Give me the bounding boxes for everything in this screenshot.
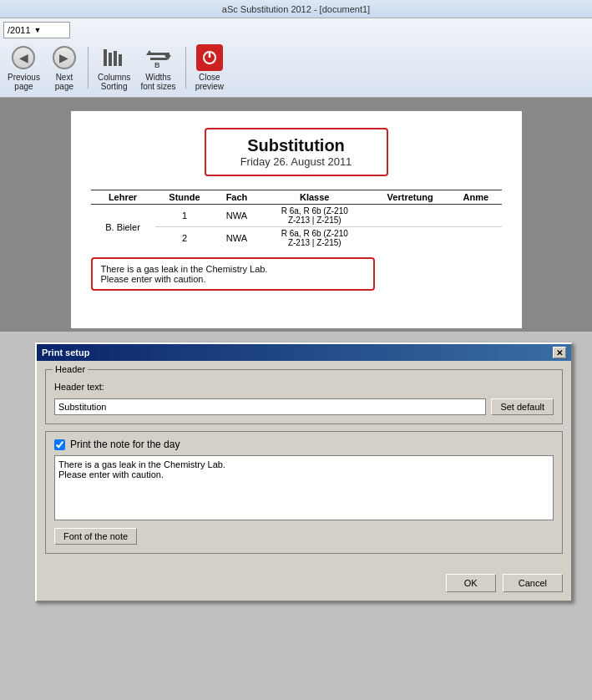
cell-anme-2 bbox=[450, 227, 501, 250]
notice-box: There is a gas leak in the Chemistry Lab… bbox=[91, 257, 375, 291]
dialog-title: Print setup bbox=[42, 347, 89, 358]
header-text-section: Header text: Set default bbox=[54, 382, 554, 415]
svg-rect-0 bbox=[104, 49, 107, 66]
dialog-body: Header Header text: Set default Print th… bbox=[37, 361, 571, 569]
cell-anme-1 bbox=[450, 205, 501, 227]
toolbar: /2011 ▼ ◀ Previous page ▶ Next page bbox=[0, 18, 592, 98]
dropdown-arrow-icon: ▼ bbox=[34, 26, 42, 34]
substitution-table: Lehrer Stunde Fach Klasse Vertretung Anm… bbox=[91, 190, 502, 249]
col-stunde: Stunde bbox=[155, 190, 215, 205]
font-of-note-button[interactable]: Font of the note bbox=[54, 528, 137, 545]
print-note-checkbox[interactable] bbox=[54, 439, 65, 450]
widths-font-sizes-button[interactable]: B Widths font sizes bbox=[136, 42, 180, 94]
widths-font-sizes-label: Widths font sizes bbox=[140, 73, 175, 91]
svg-rect-2 bbox=[114, 51, 117, 66]
svg-text:B: B bbox=[154, 61, 160, 69]
document-page: Substitution Friday 26. August 2011 Lehr… bbox=[71, 111, 522, 328]
note-textarea[interactable]: There is a gas leak in the Chemistry Lab… bbox=[54, 455, 554, 520]
svg-rect-7 bbox=[150, 58, 167, 60]
col-lehrer: Lehrer bbox=[91, 190, 155, 205]
toolbar-row1: /2011 ▼ bbox=[0, 20, 592, 40]
col-fach: Fach bbox=[214, 190, 259, 205]
next-page-label: Next page bbox=[55, 73, 73, 91]
cell-stunde-1: 1 bbox=[155, 205, 215, 227]
next-page-icon-wrap: ▶ bbox=[51, 44, 78, 71]
next-page-button[interactable]: ▶ Next page bbox=[46, 42, 83, 94]
print-note-label: Print the note for the day bbox=[70, 439, 180, 450]
toolbar-separator2 bbox=[185, 47, 186, 89]
dialog-title-bar: Print setup ✕ bbox=[37, 344, 571, 361]
document-area: Substitution Friday 26. August 2011 Lehr… bbox=[0, 98, 592, 332]
cell-fach-nwa1: NWA bbox=[214, 205, 259, 227]
print-note-row: Print the note for the day bbox=[54, 439, 554, 450]
prev-page-icon-wrap: ◀ bbox=[10, 44, 37, 71]
close-preview-button[interactable]: Close preview bbox=[191, 42, 228, 94]
cell-lehrer-bieler: B. Bieler bbox=[91, 205, 155, 250]
close-preview-icon-wrap bbox=[196, 44, 223, 71]
header-group-label: Header bbox=[53, 364, 88, 374]
close-preview-label: Close preview bbox=[195, 73, 224, 91]
prev-page-label: Previous page bbox=[8, 73, 40, 91]
header-text-label: Header text: bbox=[54, 382, 554, 392]
cancel-button[interactable]: Cancel bbox=[503, 574, 563, 592]
document-main-title: Substitution bbox=[223, 136, 370, 155]
toolbar-row2: ◀ Previous page ▶ Next page Columns Sor bbox=[0, 40, 592, 97]
cell-stunde-2: 2 bbox=[155, 227, 215, 250]
header-text-input[interactable] bbox=[54, 398, 486, 415]
columns-sorting-icon-wrap bbox=[101, 44, 128, 71]
power-icon bbox=[201, 49, 218, 66]
close-preview-icon bbox=[196, 44, 223, 71]
widths-font-sizes-icon: B bbox=[146, 46, 171, 69]
col-vertretung: Vertretung bbox=[370, 190, 450, 205]
cell-vertretung-2 bbox=[370, 227, 450, 250]
svg-rect-1 bbox=[109, 53, 112, 66]
svg-rect-3 bbox=[119, 54, 122, 66]
dialog-footer: OK Cancel bbox=[37, 569, 571, 601]
cell-klasse-1: R 6a, R 6b (Z-210Z-213 | Z-215) bbox=[260, 205, 370, 227]
note-group-box: Print the note for the day There is a ga… bbox=[45, 431, 563, 554]
date-value: /2011 bbox=[8, 25, 31, 35]
columns-sorting-button[interactable]: Columns Sorting bbox=[94, 42, 134, 94]
cell-klasse-2: R 6a, R 6b (Z-210Z-213 | Z-215) bbox=[260, 227, 370, 250]
prev-arrow-icon: ◀ bbox=[12, 46, 35, 69]
cell-vertretung-1 bbox=[370, 205, 450, 227]
table-row: B. Bieler 1 NWA R 6a, R 6b (Z-210Z-213 |… bbox=[91, 205, 502, 227]
cell-fach-nwa2: NWA bbox=[214, 227, 259, 250]
set-default-button[interactable]: Set default bbox=[491, 398, 554, 415]
widths-font-sizes-icon-wrap: B bbox=[145, 44, 172, 71]
title-bar: aSc Substitution 2012 - [document1] bbox=[0, 0, 592, 18]
app-title: aSc Substitution 2012 - [document1] bbox=[222, 4, 370, 14]
document-subtitle: Friday 26. August 2011 bbox=[223, 155, 370, 168]
font-note-row: Font of the note bbox=[54, 528, 554, 545]
date-dropdown[interactable]: /2011 ▼ bbox=[3, 22, 70, 38]
col-klasse: Klasse bbox=[260, 190, 370, 205]
col-anme: Anme bbox=[450, 190, 501, 205]
prev-page-button[interactable]: ◀ Previous page bbox=[3, 42, 44, 94]
columns-sorting-label: Columns Sorting bbox=[98, 73, 130, 91]
columns-sorting-icon bbox=[102, 46, 127, 69]
header-group-box: Header Header text: Set default bbox=[45, 369, 563, 424]
document-title-box: Substitution Friday 26. August 2011 bbox=[205, 128, 388, 176]
next-arrow-icon: ▶ bbox=[53, 46, 76, 69]
print-setup-dialog: Print setup ✕ Header Header text: Set de… bbox=[35, 342, 573, 602]
table-header-row: Lehrer Stunde Fach Klasse Vertretung Anm… bbox=[91, 190, 502, 205]
toolbar-separator bbox=[88, 47, 89, 89]
header-text-row: Set default bbox=[54, 398, 554, 415]
dialog-close-button[interactable]: ✕ bbox=[553, 347, 566, 358]
ok-button[interactable]: OK bbox=[446, 574, 496, 592]
